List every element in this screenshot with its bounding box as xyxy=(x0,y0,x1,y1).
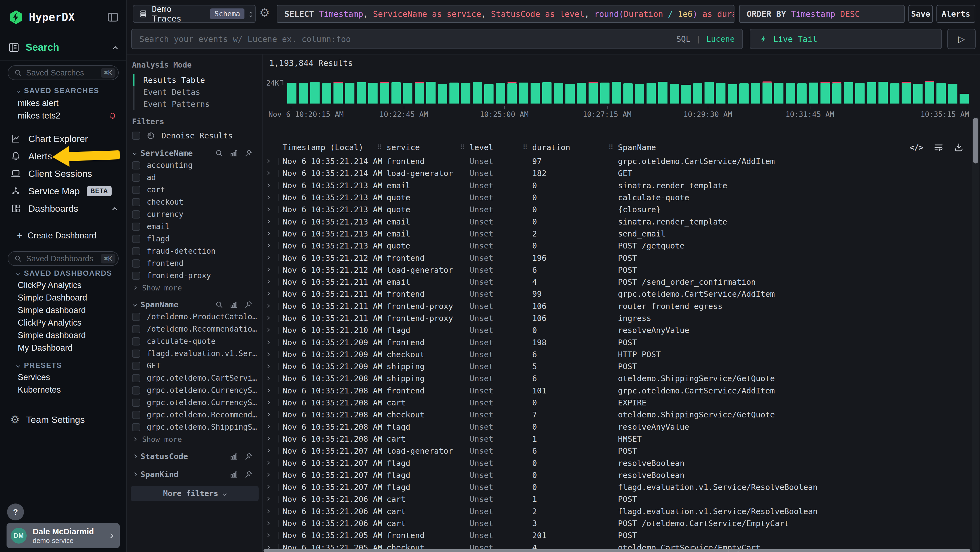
histogram-bar[interactable] xyxy=(809,83,818,104)
facet-pin-icon[interactable] xyxy=(245,300,253,309)
sql-select-input[interactable]: SELECT Timestamp, ServiceName as service… xyxy=(277,5,735,23)
saved-dashboard-item[interactable]: ClickPy Analytics xyxy=(0,317,126,329)
filter-option-servicename[interactable]: email xyxy=(127,220,262,233)
table-row[interactable]: Nov 6 10:35:21.211 AMfrontendUnset99grpc… xyxy=(263,288,980,300)
language-toggle-lucene[interactable]: Lucene xyxy=(706,34,735,44)
filter-option-spanname[interactable]: /oteldemo.ProductCatalo… xyxy=(127,311,262,323)
histogram-bar[interactable] xyxy=(322,83,331,104)
saved-dashboards-section[interactable]: SAVED DASHBOARDS xyxy=(17,269,112,278)
checkbox[interactable] xyxy=(132,235,140,243)
expand-row-icon[interactable] xyxy=(266,328,270,332)
histogram-bar[interactable] xyxy=(913,84,923,104)
histogram-bar[interactable] xyxy=(959,94,969,104)
drag-handle-icon[interactable]: ⠿ xyxy=(608,144,613,152)
histogram-bar[interactable] xyxy=(890,83,899,104)
table-row[interactable]: Nov 6 10:35:21.208 AMshippingUnset6oteld… xyxy=(263,372,980,384)
sidebar-item-client-sessions[interactable]: Client Sessions xyxy=(0,165,126,182)
expand-row-icon[interactable] xyxy=(266,280,270,284)
expand-row-icon[interactable] xyxy=(266,207,270,211)
expand-row-icon[interactable] xyxy=(266,316,270,320)
checkbox[interactable] xyxy=(132,272,140,280)
filter-option-servicename[interactable]: currency xyxy=(127,208,262,220)
saved-search-item[interactable]: mikes alert xyxy=(0,97,126,110)
histogram-bar[interactable] xyxy=(461,83,470,104)
order-by-input[interactable]: ORDER BY Timestamp DESC xyxy=(739,5,905,23)
histogram-bar[interactable] xyxy=(403,83,412,104)
expand-row-icon[interactable] xyxy=(266,497,270,501)
saved-dashboard-item[interactable]: Simple Dashboard xyxy=(0,292,126,304)
table-row[interactable]: Nov 6 10:35:21.209 AMcheckoutUnset6HTTP … xyxy=(263,348,980,361)
checkbox[interactable] xyxy=(132,247,140,255)
histogram-bar[interactable] xyxy=(287,83,296,104)
table-row[interactable]: Nov 6 10:35:21.213 AMemailUnset0sinatra.… xyxy=(263,180,980,191)
histogram-bar[interactable] xyxy=(670,84,679,104)
table-row[interactable]: Nov 6 10:35:21.206 AMcartUnset2flagd.eva… xyxy=(263,506,980,517)
table-row[interactable]: Nov 6 10:35:21.212 AMload-generatorUnset… xyxy=(263,264,980,276)
histogram-bar[interactable] xyxy=(786,83,795,104)
checkbox[interactable] xyxy=(132,174,140,182)
histogram-bar[interactable] xyxy=(832,83,842,104)
column-header-duration[interactable]: duration xyxy=(532,143,570,152)
checkbox[interactable] xyxy=(132,411,140,419)
checkbox[interactable] xyxy=(132,198,140,206)
table-row[interactable]: Nov 6 10:35:21.209 AMshippingUnset5POST xyxy=(263,361,980,372)
checkbox[interactable] xyxy=(132,423,140,431)
filter-option-servicename[interactable]: flagd xyxy=(127,233,262,245)
histogram-bar[interactable] xyxy=(391,82,401,104)
chevron-up-icon[interactable] xyxy=(112,207,117,212)
expand-row-icon[interactable] xyxy=(266,521,270,525)
column-header-service[interactable]: service xyxy=(387,143,420,152)
expand-row-icon[interactable] xyxy=(266,171,270,175)
facet-spankind[interactable]: SpanKind xyxy=(127,467,262,481)
expand-row-icon[interactable] xyxy=(266,159,270,163)
saved-dashboard-item[interactable]: My Dashboard xyxy=(0,341,126,354)
chevron-up-icon[interactable] xyxy=(113,46,118,51)
table-row[interactable]: Nov 6 10:35:21.212 AMfrontendUnset196POS… xyxy=(263,252,980,264)
alerts-button[interactable]: Alerts xyxy=(937,5,975,23)
histogram-bar[interactable] xyxy=(310,82,320,104)
scrollbar-thumb[interactable] xyxy=(973,118,978,163)
histogram-bar[interactable] xyxy=(716,83,725,104)
histogram-bar[interactable] xyxy=(449,83,459,104)
histogram-bar[interactable] xyxy=(612,82,621,104)
facet-pin-icon[interactable] xyxy=(245,149,253,157)
sidebar-item-team-settings[interactable]: ⚙ Team Settings xyxy=(10,411,85,428)
histogram-bar[interactable] xyxy=(508,83,517,104)
filter-option-spanname[interactable]: grpc.oteldemo.CurrencyS… xyxy=(127,384,262,396)
expand-row-icon[interactable] xyxy=(266,485,270,489)
histogram-bar[interactable] xyxy=(600,83,609,104)
expand-row-icon[interactable] xyxy=(266,389,270,392)
schema-badge[interactable]: Schema xyxy=(210,8,245,19)
histogram-bar[interactable] xyxy=(368,83,377,104)
facet-pin-icon[interactable] xyxy=(245,452,253,461)
filter-option-spanname[interactable]: grpc.oteldemo.Recommend… xyxy=(127,409,262,421)
filter-option-servicename[interactable]: cart xyxy=(127,183,262,196)
table-row[interactable]: Nov 6 10:35:21.208 AMflagdUnset0resolveA… xyxy=(263,421,980,433)
histogram-bar[interactable] xyxy=(821,83,830,104)
column-header-level[interactable]: level xyxy=(469,143,493,152)
facet-chart-icon[interactable] xyxy=(230,149,238,157)
create-dashboard-button[interactable]: + Create Dashboard xyxy=(17,229,96,242)
checkbox[interactable] xyxy=(132,362,140,370)
histogram-bar[interactable] xyxy=(774,83,783,104)
histogram-bar[interactable] xyxy=(844,82,853,104)
histogram-bar[interactable] xyxy=(867,82,876,104)
checkbox[interactable] xyxy=(132,386,140,394)
histogram-bar[interactable] xyxy=(577,83,586,104)
language-toggle-sql[interactable]: SQL xyxy=(676,34,690,44)
checkbox[interactable] xyxy=(132,337,140,346)
table-row[interactable]: Nov 6 10:35:21.207 AMload-generatorUnset… xyxy=(263,445,980,457)
saved-dashboard-item[interactable]: Simple dashboard xyxy=(0,304,126,317)
histogram-bar[interactable] xyxy=(484,84,493,104)
checkbox[interactable] xyxy=(132,161,140,169)
analysis-mode-event-patterns[interactable]: Event Patterns xyxy=(134,98,262,110)
expand-row-icon[interactable] xyxy=(266,244,270,247)
user-menu[interactable]: DM Dale McDiarmid demo-service - xyxy=(6,523,120,548)
histogram-bar[interactable] xyxy=(855,83,865,104)
expand-row-icon[interactable] xyxy=(266,268,270,272)
table-row[interactable]: Nov 6 10:35:21.213 AMquoteUnset0POST /ge… xyxy=(263,240,980,252)
saved-searches-input[interactable]: Saved Searches ⌘K xyxy=(8,65,119,80)
checkbox[interactable] xyxy=(132,259,140,268)
filter-option-spanname[interactable]: GET xyxy=(127,360,262,372)
histogram-bar[interactable] xyxy=(646,83,656,104)
